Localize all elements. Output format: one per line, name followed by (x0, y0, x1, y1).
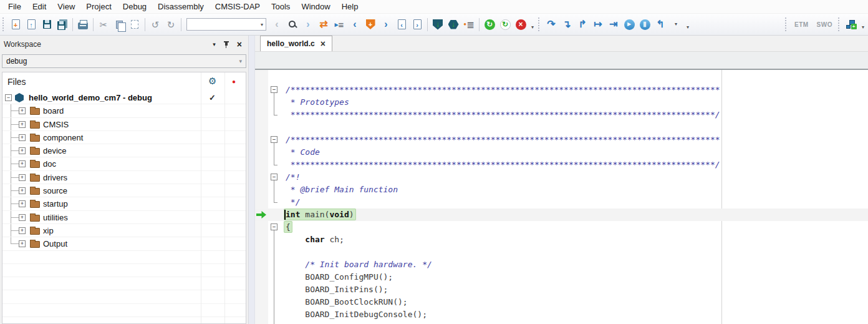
power-log-button[interactable] (844, 17, 859, 32)
fold-toggle-icon[interactable]: − (271, 174, 277, 180)
go-button[interactable]: ▶ (622, 17, 637, 32)
toggle-bookmark-button[interactable]: ▸≡ (332, 17, 347, 32)
tree-item-source[interactable]: +source (2, 184, 246, 197)
close-tab-icon[interactable]: × (321, 39, 326, 48)
debug-menu-caret[interactable]: ▾ (668, 17, 683, 32)
expander-icon[interactable]: + (19, 107, 26, 114)
tree-item-doc[interactable]: +doc (2, 157, 246, 170)
chevron-down-icon[interactable]: ▾ (258, 22, 266, 27)
toolbar-overflow-debug[interactable]: ▾ (684, 17, 692, 32)
code-line: */ (286, 196, 720, 209)
tree-item-cmsis[interactable]: +CMSIS (2, 118, 246, 131)
menu-debug[interactable]: Debug (117, 1, 152, 12)
expander-icon[interactable]: + (19, 227, 26, 234)
expander-icon[interactable]: + (19, 214, 26, 221)
cspy-options-button[interactable]: ●≣ (461, 17, 476, 32)
panel-splitter[interactable] (249, 36, 255, 324)
previous-in-document-button[interactable]: ‹ (394, 17, 409, 32)
new-document-button[interactable]: + (8, 17, 23, 32)
tree-item-utilities[interactable]: +utilities (2, 211, 246, 224)
toolbar-grip[interactable] (785, 17, 788, 31)
print-button[interactable] (75, 17, 90, 32)
toolbar-grip[interactable] (838, 17, 841, 31)
expander-icon[interactable]: − (5, 94, 12, 101)
expander-icon[interactable]: + (19, 174, 26, 181)
expander-icon[interactable]: + (19, 187, 26, 194)
step-into-button[interactable]: ↴ (559, 17, 574, 32)
menu-edit[interactable]: Edit (27, 1, 52, 12)
project-cube-icon (15, 93, 24, 102)
panel-menu-dropdown-icon[interactable]: ▾ (213, 41, 216, 47)
pin-icon[interactable] (223, 41, 229, 48)
save-button[interactable] (39, 17, 54, 32)
next-statement-button[interactable]: ↦ (591, 17, 605, 32)
code-line: /***************************************… (286, 84, 720, 96)
menu-file[interactable]: File (2, 1, 27, 12)
step-over-button[interactable]: ↷ (544, 17, 559, 32)
download-and-debug-button[interactable]: ↓ (430, 17, 445, 32)
menu-view[interactable]: View (52, 1, 80, 12)
next-bookmark-button[interactable]: › (379, 17, 393, 32)
tree-item-startup[interactable]: +startup (2, 197, 246, 210)
menu-project[interactable]: Project (80, 1, 117, 12)
breakpoint-gutter[interactable] (255, 70, 268, 324)
expander-icon[interactable]: + (19, 240, 26, 247)
next-in-document-button[interactable]: › (410, 17, 425, 32)
cut-button[interactable]: ✂ (96, 17, 111, 32)
panel-close-icon[interactable]: × (237, 40, 242, 49)
menu-tools[interactable]: Tools (266, 1, 296, 12)
find-button[interactable] (285, 17, 300, 32)
save-all-button[interactable] (55, 17, 70, 32)
expander-icon[interactable]: + (19, 160, 26, 167)
chevron-down-icon: ▾ (239, 58, 242, 64)
expander-icon[interactable]: + (19, 147, 26, 154)
toolbar: +↑✂↺↻▾‹›⇄▸≡‹+›‹›↓↓●≣↻↻×▾↷↴↱↦⇥▶Ⅱ↰▾▾ETMSWO… (0, 14, 868, 36)
menu-cmsis-dap[interactable]: CMSIS-DAP (210, 1, 266, 12)
step-out-button[interactable]: ↱ (575, 17, 590, 32)
toolbar-grip[interactable] (538, 17, 541, 31)
tree-item-board[interactable]: +board (2, 104, 246, 117)
fold-toggle-icon[interactable]: − (271, 86, 277, 93)
make-button[interactable]: ↻ (482, 17, 497, 32)
tree-item-project[interactable]: −hello_world_demo_cm7 - debug✓ (2, 91, 246, 104)
swo-button[interactable]: SWO (813, 17, 836, 32)
stop-build-button[interactable]: × (513, 17, 528, 32)
toolbar-grip[interactable] (2, 17, 6, 31)
menu-window[interactable]: Window (296, 1, 335, 12)
menu-disassembly[interactable]: Disassembly (152, 1, 210, 12)
paste-button[interactable] (127, 17, 142, 32)
copy-button[interactable] (112, 17, 127, 32)
redo-button[interactable]: ↻ (163, 17, 178, 32)
navigate-forward-backward-button[interactable]: ⇄ (316, 17, 331, 32)
etm-button[interactable]: ETM (791, 17, 813, 32)
fold-toggle-icon[interactable]: − (271, 223, 277, 230)
toolbar-overflow-right[interactable]: ▾ (859, 17, 867, 32)
undo-button[interactable]: ↺ (148, 17, 163, 32)
tree-item-component[interactable]: +component (2, 131, 246, 144)
configuration-combobox[interactable]: debug ▾ (2, 54, 246, 68)
previous-bookmark-button[interactable]: ‹ (347, 17, 362, 32)
tree-item-output[interactable]: +Output (2, 237, 246, 250)
expander-icon[interactable]: + (19, 121, 26, 128)
toolbar-overflow-main[interactable]: ▾ (529, 17, 536, 32)
expander-icon[interactable]: + (19, 200, 26, 207)
compile-button[interactable]: ↻ (498, 17, 513, 32)
tab-hello-world-c[interactable]: hello_world.c × (260, 36, 332, 51)
expander-icon[interactable]: + (19, 134, 26, 141)
reset-button[interactable]: ↰ (653, 17, 668, 32)
code-line: ****************************************… (286, 109, 720, 121)
tree-item-xip[interactable]: +xip (2, 224, 246, 237)
quick-search-combobox[interactable]: ▾ (186, 18, 266, 31)
toggle-breakpoint-button[interactable]: + (363, 17, 378, 32)
run-to-cursor-button[interactable]: ⇥ (606, 17, 621, 32)
find-previous-button[interactable]: ‹ (269, 17, 284, 32)
fold-toggle-icon[interactable]: − (271, 136, 277, 143)
tree-item-device[interactable]: +device (2, 144, 246, 157)
menu-help[interactable]: Help (336, 1, 364, 12)
open-document-button[interactable]: ↑ (24, 17, 39, 32)
find-next-button[interactable]: › (301, 17, 316, 32)
code-editor[interactable]: /***************************************… (255, 70, 868, 324)
break-button[interactable]: Ⅱ (637, 17, 652, 32)
tree-item-drivers[interactable]: +drivers (2, 171, 246, 184)
debug-without-downloading-button[interactable]: ↓ (446, 17, 461, 32)
